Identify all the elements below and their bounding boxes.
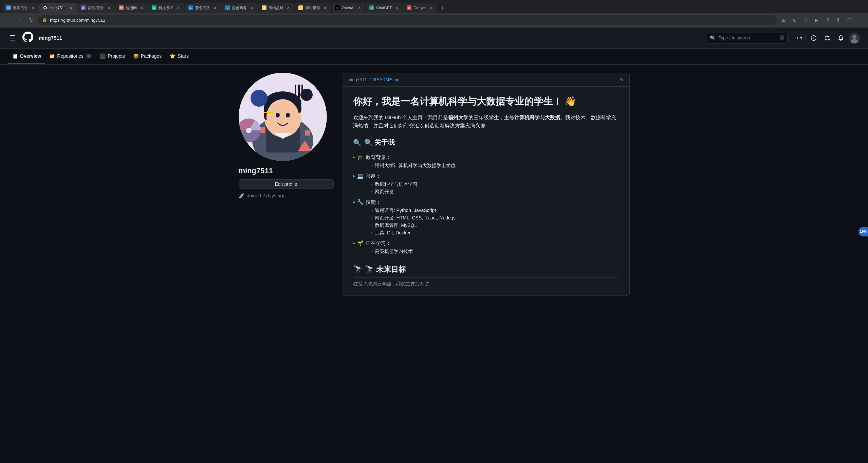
browser-tab-1[interactable]: B 博客后台 ✕ (3, 3, 39, 13)
profile-sidebar: 🙂 ming7511 Edit profile 🚀 Joined 2 days … (239, 73, 334, 296)
extensions-icon[interactable]: ⊞ (779, 15, 789, 25)
plus-icon: + (796, 35, 799, 40)
repositories-badge: 1 (86, 54, 92, 58)
readme-title: 你好，我是一名计算机科学与大数据专业的学生！ 👋 (353, 95, 618, 108)
tab-favicon-10: O (335, 5, 340, 10)
learning-label: 正在学习： (366, 240, 391, 246)
tab-close-3[interactable]: ✕ (106, 5, 111, 11)
download-manager-icon[interactable]: ⬇ (833, 15, 843, 25)
address-url-text: https://github.com/ming7511 (50, 18, 773, 23)
tab-close-10[interactable]: ✕ (356, 5, 362, 11)
tab-close-6[interactable]: ✕ (212, 5, 218, 11)
nav-repositories[interactable]: 📁 Repositories 1 (45, 49, 96, 64)
tab-close-9[interactable]: ✕ (322, 5, 328, 11)
tab-label-9: 简约星球 (305, 5, 320, 11)
interest-1: 数据科学与机器学习 (371, 181, 418, 188)
new-dropdown-button[interactable]: + ▾ (793, 34, 806, 42)
interests-item: 💻 兴趣： 数据科学与机器学习 网页开发 (353, 173, 618, 196)
readme-panel: ming7511 / README.md ✎ 你好，我是一名计算机科学与大数据专… (342, 73, 630, 296)
future-text: 在接下来的三年里，我的主要目标是... (353, 281, 618, 287)
interests-emoji: 💻 (357, 173, 364, 179)
svg-point-23 (246, 128, 252, 133)
play-icon[interactable]: ▶ (812, 15, 821, 25)
reload-button[interactable]: ↻ (26, 15, 36, 25)
tab-close-4[interactable]: ✕ (139, 5, 144, 11)
issues-icon[interactable] (808, 33, 819, 43)
education-sub-1: 福州大学计算机科学与大数据学士学位 (371, 163, 456, 169)
nav-overview[interactable]: 📋 Overview (8, 49, 45, 64)
education-content: 教育背景： 福州大学计算机科学与大数据学士学位 (366, 154, 456, 170)
repositories-icon: 📁 (49, 53, 55, 59)
breadcrumb-sep: / (369, 77, 371, 82)
back-button[interactable]: ← (3, 15, 13, 25)
browser-tab-9[interactable]: J 简约星球 ✕ (295, 3, 331, 13)
interests-sublist: 数据科学与机器学习 网页开发 (371, 181, 418, 195)
svg-point-13 (251, 90, 267, 107)
nav-projects[interactable]: ⬛ Projects (96, 49, 129, 64)
favorite-icon[interactable]: ☆ (801, 15, 810, 25)
tab-label-7: 蓝色商务 (232, 5, 247, 11)
address-bar[interactable]: 🔒 https://github.com/ming7511 (38, 15, 777, 25)
tab-favicon-12: C (407, 5, 411, 10)
svg-rect-15 (295, 85, 296, 98)
tab-close-8[interactable]: ✕ (285, 5, 291, 11)
floating-notification-badge[interactable]: 19M (858, 227, 868, 236)
more-icon[interactable]: ⋯ (855, 15, 865, 25)
forward-button[interactable]: → (15, 15, 24, 25)
tab-close-7[interactable]: ✕ (249, 5, 254, 11)
dropdown-chevron-icon: ▾ (800, 35, 802, 40)
readme-body: 你好，我是一名计算机科学与大数据专业的学生！ 👋 欢迎来到我的 GitHub 个… (342, 87, 629, 295)
browser-tab-4[interactable]: 包 包图网 ✕ (115, 3, 148, 13)
tab-close-5[interactable]: ✕ (176, 5, 181, 11)
svg-point-12 (286, 113, 290, 118)
svg-rect-16 (298, 85, 300, 98)
skills-item: 🔧 技能： 编程语言: Python, JavaScript 网页开发: HTM… (353, 199, 618, 237)
learning-item: 🌱 正在学习： 高级机器学习技术 (353, 240, 618, 256)
new-tab-button[interactable]: + (438, 3, 447, 13)
notifications-icon[interactable] (835, 33, 846, 43)
svg-point-1 (852, 35, 856, 39)
lock-icon: 🔒 (42, 18, 47, 22)
nav-stars[interactable]: ⭐ Stars (166, 49, 193, 64)
packages-icon: 📦 (133, 53, 139, 59)
browser-tab-5[interactable]: K 科技发布 ✕ (148, 3, 184, 13)
browser-tab-3[interactable]: B 背景-背景 ✕ (77, 3, 115, 13)
pull-requests-icon[interactable] (822, 33, 833, 43)
browser-tab-11[interactable]: C ChatGPT ✕ (366, 3, 403, 13)
browser-tab-12[interactable]: C Craiyon ✕ (403, 3, 437, 13)
browser-tab-8[interactable]: J 简约星球 ✕ (258, 3, 294, 13)
tab-close-11[interactable]: ✕ (394, 5, 399, 11)
header-actions: + ▾ (793, 33, 860, 43)
browser-tab-10[interactable]: O OpenAI ✕ (332, 3, 365, 13)
skill-3: 数据库管理: MySQL (371, 222, 456, 229)
github-logo[interactable] (22, 32, 33, 44)
profile-nav: 📋 Overview 📁 Repositories 1 ⬛ Projects 📦… (0, 49, 868, 65)
tab-label-10: OpenAI (342, 6, 354, 10)
svg-point-11 (276, 113, 280, 118)
user-avatar[interactable] (849, 33, 860, 43)
edit-readme-button[interactable]: ✎ (620, 76, 624, 83)
browser-toolbar: ← → ↻ 🔒 https://github.com/ming7511 ⊞ ⊙ … (0, 13, 868, 27)
tab-favicon-3: B (81, 5, 86, 10)
heart-icon[interactable]: ♡ (844, 15, 854, 25)
learning-content: 正在学习： 高级机器学习技术 (366, 240, 413, 256)
refresh-icon[interactable]: ↺ (823, 15, 832, 25)
tab-close-1[interactable]: ✕ (30, 5, 35, 11)
nav-packages[interactable]: 📦 Packages (129, 49, 166, 64)
search-box[interactable]: 🔍 Type / to search / (706, 33, 788, 43)
learning-1: 高级机器学习技术 (371, 249, 413, 255)
profile-icon[interactable]: ⊙ (790, 15, 799, 25)
tab-favicon-11: C (369, 5, 374, 10)
hamburger-menu[interactable]: ☰ (8, 33, 17, 43)
emoji-button[interactable]: 🙂 (312, 146, 323, 157)
readme-header: ming7511 / README.md ✎ (342, 73, 629, 87)
tab-favicon-7: L (225, 5, 230, 10)
browser-tab-7[interactable]: L 蓝色商务 ✕ (222, 3, 258, 13)
browser-tab-2[interactable]: ming7511 ✕ (39, 3, 77, 13)
tab-label-2: ming7511 (50, 6, 66, 10)
header-username: ming7511 (39, 35, 62, 41)
tab-close-2[interactable]: ✕ (68, 5, 73, 11)
tab-close-12[interactable]: ✕ (428, 5, 434, 11)
edit-profile-button[interactable]: Edit profile (239, 179, 334, 189)
browser-tab-6[interactable]: L 蓝色商务 ✕ (185, 3, 221, 13)
